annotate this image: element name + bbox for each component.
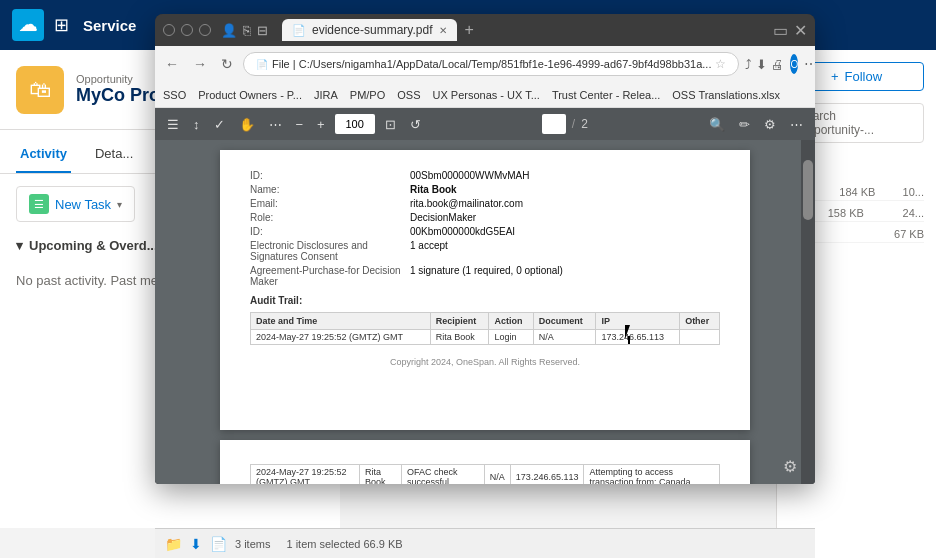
bookmark-oss[interactable]: OSS bbox=[397, 89, 420, 101]
pdf-page-input[interactable]: 1 bbox=[542, 114, 566, 134]
pdf-audit-title: Audit Trail: bbox=[250, 295, 720, 306]
url-text: File | C:/Users/nigamha1/AppData/Local/T… bbox=[272, 58, 711, 70]
audit-row-2: 2024-May-27 19:25:52 (GMTZ) GMT Rita Boo… bbox=[251, 465, 720, 485]
pdf-zoom-in-icon[interactable]: + bbox=[313, 115, 329, 134]
pdf-fit-icon[interactable]: ⊡ bbox=[381, 115, 400, 134]
field-value-consent: 1 accept bbox=[410, 240, 448, 262]
reload-button[interactable]: ↻ bbox=[217, 54, 237, 74]
window-minimize-button[interactable] bbox=[181, 24, 193, 36]
pdf-scrollbar-thumb[interactable] bbox=[803, 160, 813, 220]
bookmark-star-icon[interactable]: ☆ bbox=[715, 57, 726, 71]
share-icon[interactable]: ⤴ bbox=[745, 57, 752, 72]
back-btn-icon[interactable]: 👤 bbox=[221, 23, 237, 38]
window-close-x-icon[interactable]: ✕ bbox=[794, 21, 807, 40]
forward-button[interactable]: → bbox=[189, 54, 211, 74]
audit-other-2: Attempting to access transaction from: C… bbox=[584, 465, 720, 485]
col-recipient: Recipient bbox=[430, 313, 489, 330]
pdf-field-consent: Electronic Disclosures and Signatures Co… bbox=[250, 240, 720, 262]
file-size: 184 KB bbox=[839, 186, 875, 198]
address-bar: ← → ↻ 📄 File | C:/Users/nigamha1/AppData… bbox=[155, 46, 815, 82]
back-button[interactable]: ← bbox=[161, 54, 183, 74]
pdf-more-icon[interactable]: ⋯ bbox=[265, 115, 286, 134]
new-tab-button[interactable]: + bbox=[461, 21, 478, 39]
download-icon[interactable]: ⬇ bbox=[756, 57, 767, 72]
field-label-name: Name: bbox=[250, 184, 410, 195]
pdf-annotation-icon[interactable]: ✏ bbox=[735, 115, 754, 134]
field-label-id: ID: bbox=[250, 170, 410, 181]
follow-label: Follow bbox=[845, 69, 883, 84]
file-strip-download-icon: ⬇ bbox=[190, 536, 202, 552]
audit-recipient: Rita Book bbox=[430, 330, 489, 345]
pdf-page-1: ID: 00Sbm000000WWMvMAH Name: Rita Book E… bbox=[220, 150, 750, 430]
grid-icon[interactable]: ⊞ bbox=[54, 14, 69, 36]
file-size: 158 KB bbox=[828, 207, 864, 219]
col-other: Other bbox=[680, 313, 720, 330]
new-task-button[interactable]: ☰ New Task ▾ bbox=[16, 186, 135, 222]
bookmark-ux-personas[interactable]: UX Personas - UX T... bbox=[433, 89, 540, 101]
window-maximize-button[interactable] bbox=[199, 24, 211, 36]
pdf-cursor-icon[interactable]: ↕ bbox=[189, 115, 204, 134]
col-ip: IP bbox=[596, 313, 680, 330]
opportunity-icon: 🛍 bbox=[16, 66, 64, 114]
print-icon[interactable]: 🖨 bbox=[771, 57, 784, 72]
bookmarks-bar: SSO Product Owners - P... JIRA PM/PO OSS… bbox=[155, 82, 815, 108]
extensions-icon[interactable]: ⎘ bbox=[243, 23, 251, 38]
audit-table: Date and Time Recipient Action Document … bbox=[250, 312, 720, 345]
browser-window: 👤 ⎘ ⊟ 📄 evidence-summary.pdf ✕ + ▭ ✕ ← →… bbox=[155, 14, 815, 484]
field-label-id2: ID: bbox=[250, 226, 410, 237]
pdf-search-icon[interactable]: 🔍 bbox=[705, 115, 729, 134]
bookmark-oss-translations[interactable]: OSS Translations.xlsx bbox=[672, 89, 780, 101]
pdf-copyright: Copyright 2024, OneSpan. All Rights Rese… bbox=[250, 357, 720, 367]
pdf-scrollbar[interactable] bbox=[801, 140, 815, 484]
tab-close-icon[interactable]: ✕ bbox=[439, 25, 447, 36]
audit-ip-2: 173.246.65.113 bbox=[510, 465, 584, 485]
pdf-zoom-out-icon[interactable]: − bbox=[292, 115, 308, 134]
pdf-field-id2: ID: 00Kbm000000kdG5EAI bbox=[250, 226, 720, 237]
pdf-settings-gear-icon[interactable]: ⚙ bbox=[783, 457, 797, 476]
file-strip-folder-icon: 📁 bbox=[165, 536, 182, 552]
extension-icon[interactable]: O bbox=[790, 54, 798, 74]
more-menu-button[interactable]: ⋯ bbox=[804, 56, 815, 72]
pdf-total-pages: 2 bbox=[581, 117, 588, 131]
audit-action-2: OFAC check successful bbox=[401, 465, 484, 485]
field-label-email: Email: bbox=[250, 198, 410, 209]
split-view-icon[interactable]: ⊟ bbox=[257, 23, 268, 38]
window-close-button[interactable] bbox=[163, 24, 175, 36]
url-bar[interactable]: 📄 File | C:/Users/nigamha1/AppData/Local… bbox=[243, 52, 739, 76]
audit-date: 2024-May-27 19:25:52 (GMTZ) GMT bbox=[251, 330, 431, 345]
audit-action: Login bbox=[489, 330, 533, 345]
field-value-id2: 00Kbm000000kdG5EAI bbox=[410, 226, 515, 237]
pdf-pan-icon[interactable]: ✋ bbox=[235, 115, 259, 134]
pdf-zoom-input[interactable] bbox=[335, 114, 375, 134]
tab-activity[interactable]: Activity bbox=[16, 136, 71, 173]
field-value-id: 00Sbm000000WWMvMAH bbox=[410, 170, 529, 181]
window-restore-icon[interactable]: ▭ bbox=[773, 21, 788, 40]
bookmark-product-owners[interactable]: Product Owners - P... bbox=[198, 89, 302, 101]
salesforce-logo: ☁ bbox=[12, 9, 44, 41]
address-bar-icons: ⤴ ⬇ 🖨 bbox=[745, 57, 784, 72]
file-extra: 10... bbox=[903, 186, 924, 198]
pdf-rotate-icon[interactable]: ↺ bbox=[406, 115, 425, 134]
tab-details[interactable]: Deta... bbox=[91, 136, 137, 173]
pdf-select-icon[interactable]: ✓ bbox=[210, 115, 229, 134]
file-strip-file-icon: 📄 bbox=[210, 536, 227, 552]
bookmark-sso[interactable]: SSO bbox=[163, 89, 186, 101]
audit-other bbox=[680, 330, 720, 345]
col-document: Document bbox=[533, 313, 596, 330]
bookmark-pmpo[interactable]: PM/PO bbox=[350, 89, 385, 101]
pdf-content-area[interactable]: ID: 00Sbm000000WWMvMAH Name: Rita Book E… bbox=[155, 140, 815, 484]
pdf-sidebar-icon[interactable]: ☰ bbox=[163, 115, 183, 134]
browser-tab-pdf[interactable]: 📄 evidence-summary.pdf ✕ bbox=[282, 19, 457, 41]
pdf-settings-icon[interactable]: ⚙ bbox=[760, 115, 780, 134]
file-extra: 24... bbox=[903, 207, 924, 219]
pdf-more2-icon[interactable]: ⋯ bbox=[786, 115, 807, 134]
bookmark-jira[interactable]: JIRA bbox=[314, 89, 338, 101]
field-value-email: rita.book@mailinator.com bbox=[410, 198, 523, 209]
field-label-role: Role: bbox=[250, 212, 410, 223]
pdf-field-role: Role: DecisionMaker bbox=[250, 212, 720, 223]
chevron-down-icon: ▾ bbox=[117, 199, 122, 210]
pdf-tab-icon: 📄 bbox=[292, 24, 306, 37]
bookmark-trust-center[interactable]: Trust Center - Relea... bbox=[552, 89, 660, 101]
pdf-field-name: Name: Rita Book bbox=[250, 184, 720, 195]
file-strip: 📁 ⬇ 📄 3 items 1 item selected 66.9 KB bbox=[155, 528, 815, 558]
